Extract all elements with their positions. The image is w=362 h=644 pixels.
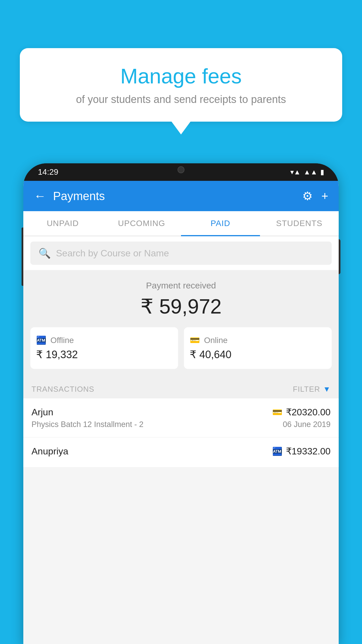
settings-button[interactable]: ⚙ <box>302 189 313 203</box>
transaction-name: Arjun <box>31 407 53 418</box>
transaction-name: Anupriya <box>31 446 68 457</box>
filter-icon: ▼ <box>323 385 331 394</box>
cash-payment-icon: 🏧 <box>272 447 282 456</box>
transaction-row[interactable]: Anupriya 🏧 ₹19332.00 <box>23 438 339 468</box>
transaction-top: Anupriya 🏧 ₹19332.00 <box>31 446 331 457</box>
summary-section: Payment received ₹ 59,972 🏧 Offline ₹ 19… <box>23 270 339 378</box>
transaction-amount: ₹20320.00 <box>286 407 331 418</box>
app-bar-title: Payments <box>53 190 105 203</box>
transaction-amount-area: 🏧 ₹19332.00 <box>272 446 331 457</box>
tab-upcoming[interactable]: UPCOMING <box>102 211 181 236</box>
app-bar: ← Payments ⚙ + <box>23 181 339 211</box>
tab-bar: UNPAID UPCOMING PAID STUDENTS <box>23 211 339 236</box>
phone-notch <box>164 163 198 174</box>
front-camera <box>178 166 184 173</box>
phone-frame: 14:29 ▾▲ ▲▲ ▮ ← Payments ⚙ + UNPAID <box>23 163 339 644</box>
transactions-header: TRANSACTIONS FILTER ▼ <box>23 378 339 398</box>
offline-payment-icon: 🏧 <box>36 335 46 345</box>
tab-students[interactable]: STUDENTS <box>260 211 339 236</box>
status-icons: ▾▲ ▲▲ ▮ <box>290 168 324 176</box>
signal-icon: ▲▲ <box>303 168 317 176</box>
transaction-amount: ₹19332.00 <box>286 446 331 457</box>
speech-bubble-title: Manage fees <box>31 64 331 88</box>
payment-received-label: Payment received <box>30 281 332 290</box>
transactions-label: TRANSACTIONS <box>31 385 94 394</box>
phone-screen: ← Payments ⚙ + UNPAID UPCOMING PAID STUD… <box>23 181 339 644</box>
status-bar: 14:29 ▾▲ ▲▲ ▮ <box>23 163 339 181</box>
transaction-date: 06 June 2019 <box>283 420 331 429</box>
online-card-header: 💳 Online <box>190 335 326 345</box>
transaction-amount-area: 💳 ₹20320.00 <box>272 407 331 418</box>
search-bar[interactable]: 🔍 Search by Course or Name <box>30 242 332 265</box>
app-bar-right: ⚙ + <box>302 189 328 203</box>
filter-area[interactable]: FILTER ▼ <box>293 385 331 394</box>
wifi-icon: ▾▲ <box>290 168 301 176</box>
app-bar-left: ← Payments <box>34 189 105 203</box>
offline-card-header: 🏧 Offline <box>36 335 172 345</box>
transaction-row[interactable]: Arjun 💳 ₹20320.00 Physics Batch 12 Insta… <box>23 398 339 438</box>
speech-bubble: Manage fees of your students and send re… <box>20 48 342 122</box>
speech-bubble-subtitle: of your students and send receipts to pa… <box>31 93 331 106</box>
online-label: Online <box>204 336 228 345</box>
add-button[interactable]: + <box>321 190 328 203</box>
tab-unpaid[interactable]: UNPAID <box>23 211 102 236</box>
offline-label: Offline <box>50 336 74 345</box>
transaction-course: Physics Batch 12 Installment - 2 <box>31 420 143 429</box>
card-payment-icon: 💳 <box>272 407 282 417</box>
payment-cards: 🏧 Offline ₹ 19,332 💳 Online ₹ 40,640 <box>30 327 332 369</box>
offline-amount: ₹ 19,332 <box>36 349 172 361</box>
back-button[interactable]: ← <box>34 189 46 203</box>
search-container: 🔍 Search by Course or Name <box>23 236 339 270</box>
search-input[interactable]: Search by Course or Name <box>56 248 169 259</box>
status-time: 14:29 <box>38 167 58 177</box>
online-amount: ₹ 40,640 <box>190 349 326 361</box>
offline-card: 🏧 Offline ₹ 19,332 <box>30 327 178 369</box>
tab-paid[interactable]: PAID <box>181 211 260 236</box>
online-payment-icon: 💳 <box>190 335 200 345</box>
search-icon: 🔍 <box>38 247 51 259</box>
battery-icon: ▮ <box>320 168 324 176</box>
online-card: 💳 Online ₹ 40,640 <box>184 327 332 369</box>
transaction-top: Arjun 💳 ₹20320.00 <box>31 407 331 418</box>
transaction-bottom: Physics Batch 12 Installment - 2 06 June… <box>31 420 331 429</box>
total-payment-amount: ₹ 59,972 <box>30 295 332 318</box>
filter-label: FILTER <box>293 385 320 394</box>
